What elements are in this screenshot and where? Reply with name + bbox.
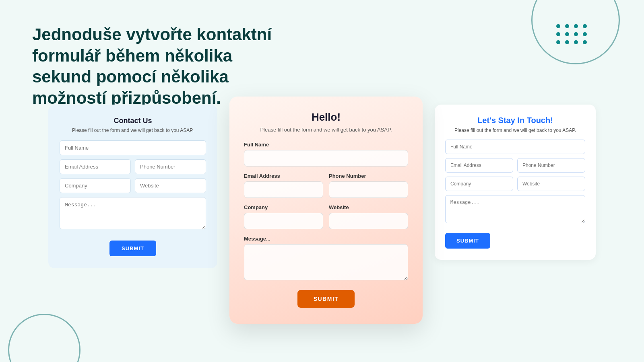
- right-form-row-company-website: [445, 177, 585, 195]
- left-company-input[interactable]: [60, 178, 131, 193]
- left-full-name-input[interactable]: [60, 140, 206, 155]
- decorative-dots: [556, 24, 588, 44]
- left-website-input[interactable]: [135, 178, 206, 193]
- left-form-subtitle: Please fill out the form and we will get…: [60, 128, 206, 133]
- center-form: Hello! Please fill out the form and we w…: [229, 97, 423, 324]
- right-submit-button[interactable]: SUBMIT: [445, 233, 490, 249]
- center-website-input[interactable]: [329, 213, 408, 229]
- left-message-input[interactable]: [60, 197, 206, 229]
- page-wrapper: Jednoduše vytvořte kontaktní formulář bě…: [0, 0, 644, 362]
- center-company-input[interactable]: [244, 213, 323, 229]
- page-headline: Jednoduše vytvořte kontaktní formulář bě…: [32, 24, 274, 109]
- right-email-input[interactable]: [445, 158, 513, 173]
- center-company-label: Company: [244, 204, 323, 210]
- right-company-input[interactable]: [445, 177, 513, 191]
- center-phone-input[interactable]: [329, 181, 408, 198]
- right-form-subtitle: Please fill out the form and we will get…: [445, 128, 585, 133]
- center-message-label: Message...: [244, 236, 408, 242]
- center-form-row-email-phone: Email Address Phone Number: [244, 173, 408, 204]
- center-full-name-input[interactable]: [244, 150, 408, 167]
- left-form-title: Contact Us: [60, 117, 206, 125]
- left-form-row-company-website: [60, 178, 206, 197]
- right-form: Let's Stay In Touch! Please fill out the…: [435, 105, 596, 260]
- right-full-name-input[interactable]: [445, 140, 585, 154]
- left-phone-input[interactable]: [135, 159, 206, 174]
- left-email-input[interactable]: [60, 159, 131, 174]
- center-phone-group: Phone Number: [329, 173, 408, 204]
- center-company-group: Company: [244, 204, 323, 236]
- left-form: Contact Us Please fill out the form and …: [48, 105, 217, 268]
- left-submit-button[interactable]: SUBMIT: [109, 241, 156, 256]
- left-form-row-email-phone: [60, 159, 206, 178]
- center-website-group: Website: [329, 204, 408, 236]
- right-message-input[interactable]: [445, 195, 585, 223]
- center-form-subtitle: Please fill out the form and we will get…: [244, 127, 408, 133]
- center-full-name-label: Full Name: [244, 142, 408, 148]
- right-phone-input[interactable]: [517, 158, 585, 173]
- center-submit-button[interactable]: SUBMIT: [297, 290, 355, 308]
- right-form-row-email-phone: [445, 158, 585, 177]
- center-website-label: Website: [329, 204, 408, 210]
- center-form-row-company-website: Company Website: [244, 204, 408, 236]
- center-phone-label: Phone Number: [329, 173, 408, 179]
- forms-row: Contact Us Please fill out the form and …: [0, 105, 644, 332]
- right-website-input[interactable]: [517, 177, 585, 191]
- center-message-input[interactable]: [244, 244, 408, 280]
- center-form-title: Hello!: [244, 111, 408, 123]
- center-email-group: Email Address: [244, 173, 323, 204]
- center-email-label: Email Address: [244, 173, 323, 179]
- center-email-input[interactable]: [244, 181, 323, 198]
- right-form-title: Let's Stay In Touch!: [445, 116, 585, 125]
